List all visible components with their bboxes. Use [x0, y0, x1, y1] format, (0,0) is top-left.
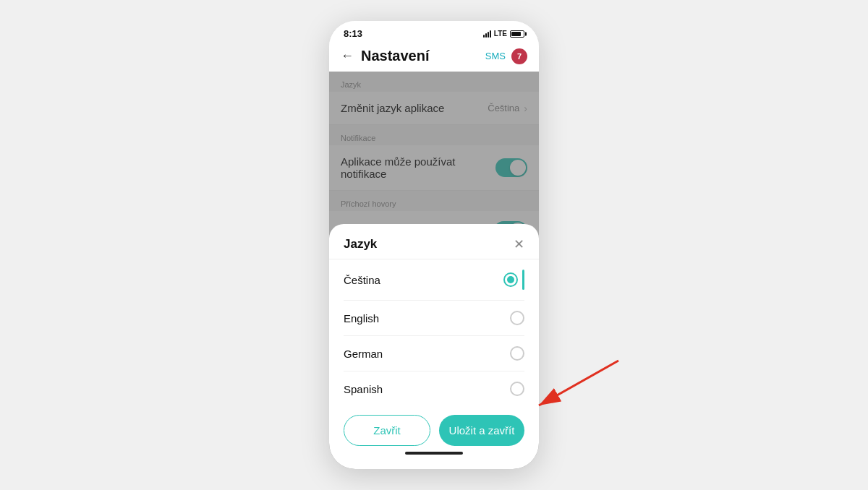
language-modal: Jazyk ✕ Čeština: [329, 224, 539, 469]
radio-row: [510, 382, 524, 396]
language-list: Čeština English: [329, 259, 539, 406]
page-title: Nastavení: [361, 48, 430, 64]
app-header: ← Nastavení SMS 7: [329, 43, 539, 72]
status-icons: LTE: [483, 30, 524, 38]
phone-frame: 8:13 LTE ← Nastavení SMS: [329, 21, 539, 469]
home-indicator: [405, 452, 463, 455]
lte-label: LTE: [494, 30, 507, 38]
status-bar: 8:13 LTE: [329, 21, 539, 43]
modal-title: Jazyk: [344, 237, 377, 252]
modal-buttons: Zavřit Uložit a zavřít: [329, 406, 539, 446]
settings-background: Jazyk Změnit jazyk aplikace Čeština › No…: [329, 72, 539, 469]
language-name: Spanish: [344, 383, 383, 395]
language-name: Čeština: [344, 274, 380, 286]
back-button[interactable]: ←: [341, 48, 354, 64]
list-item[interactable]: Spanish: [344, 371, 524, 406]
arrow-annotation: [524, 353, 626, 418]
radio-row: [510, 346, 524, 361]
header-left: ← Nastavení: [341, 48, 430, 64]
selected-bar: [522, 270, 524, 290]
radio-spanish[interactable]: [510, 382, 524, 396]
radio-german[interactable]: [510, 346, 524, 361]
status-time: 8:13: [344, 28, 362, 39]
list-item[interactable]: German: [344, 336, 524, 371]
sms-label[interactable]: SMS: [485, 51, 506, 61]
signal-icon: [483, 30, 491, 38]
close-button[interactable]: ✕: [514, 238, 524, 251]
radio-english[interactable]: [510, 311, 524, 325]
radio-ceština[interactable]: [503, 272, 518, 287]
battery-icon: [510, 30, 524, 38]
modal-header: Jazyk ✕: [329, 224, 539, 259]
cancel-button[interactable]: Zavřit: [344, 415, 430, 446]
svg-line-1: [539, 361, 618, 405]
sms-badge: 7: [511, 48, 527, 64]
list-item[interactable]: English: [344, 301, 524, 336]
list-item[interactable]: Čeština: [344, 259, 524, 301]
radio-inner: [507, 276, 514, 283]
radio-row: [510, 311, 524, 325]
language-name: German: [344, 348, 383, 360]
radio-row: [503, 270, 524, 290]
language-name: English: [344, 312, 379, 324]
save-button[interactable]: Uložit a zavřít: [439, 415, 524, 446]
header-right: SMS 7: [485, 48, 527, 64]
